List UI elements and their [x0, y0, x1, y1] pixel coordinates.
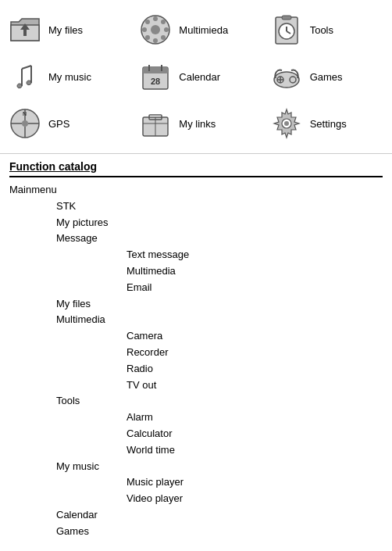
multimieda-label: Multimieda	[179, 24, 228, 36]
games-icon	[269, 59, 304, 94]
tree-my-files: My files	[9, 296, 383, 313]
my-music-label: My music	[48, 71, 91, 83]
catalog-title: Function catalog	[9, 160, 383, 173]
tree-games: Games	[9, 524, 383, 540]
my-links-label: My links	[179, 118, 216, 130]
calendar-cell[interactable]: 28 Calendar	[130, 53, 261, 100]
settings-cell[interactable]: Settings	[262, 100, 392, 147]
calendar-label: Calendar	[179, 71, 220, 83]
icon-grid: My files Multimieda	[0, 0, 392, 154]
tree-recorder: Recorder	[9, 345, 383, 361]
my-files-cell[interactable]: My files	[0, 6, 130, 53]
tree-alarm: Alarm	[9, 410, 383, 426]
tree-text-message: Text message	[9, 247, 383, 263]
svg-point-45	[284, 121, 289, 126]
svg-point-4	[151, 25, 160, 34]
games-cell[interactable]: Games	[262, 53, 392, 100]
my-music-icon	[8, 59, 42, 94]
svg-point-10	[161, 35, 166, 40]
tree-camera: Camera	[9, 328, 383, 345]
my-links-icon	[138, 106, 173, 141]
my-files-label: My files	[48, 24, 83, 36]
svg-point-8	[164, 27, 169, 32]
my-links-cell[interactable]: My links	[130, 100, 261, 147]
tree-music-player: Music player	[9, 474, 383, 491]
tree-tools: Tools	[9, 393, 383, 410]
tools-label: Tools	[310, 24, 333, 36]
svg-point-32	[22, 120, 28, 127]
svg-point-12	[145, 35, 150, 40]
tools-cell[interactable]: Tools	[262, 6, 392, 53]
multimieda-cell[interactable]: Multimieda	[130, 6, 261, 53]
svg-point-9	[145, 20, 150, 24]
svg-rect-14	[282, 16, 291, 20]
tree-video-player: Video player	[9, 491, 383, 507]
games-label: Games	[310, 71, 343, 83]
catalog-underline	[9, 176, 383, 177]
gps-icon: N	[8, 106, 42, 141]
tree-email: Email	[9, 280, 383, 296]
svg-rect-22	[143, 67, 168, 73]
svg-point-7	[142, 27, 147, 32]
my-files-icon	[8, 13, 42, 47]
tree-stk: STK	[9, 199, 383, 215]
tools-icon	[269, 13, 304, 47]
tree-multimedia: Multimedia	[9, 312, 383, 328]
svg-point-6	[153, 38, 158, 43]
function-catalog: Function catalog Mainmenu STK My picture…	[0, 154, 392, 546]
tree-world-time: World time	[9, 442, 383, 459]
tree-multimedia-msg: Multimedia	[9, 263, 383, 280]
calendar-icon: 28	[138, 59, 173, 94]
svg-point-5	[153, 16, 158, 21]
gps-cell[interactable]: N GPS	[0, 100, 130, 147]
gps-label: GPS	[48, 118, 69, 130]
settings-icon	[269, 106, 304, 141]
settings-label: Settings	[310, 118, 347, 130]
svg-text:N: N	[23, 111, 27, 116]
my-music-cell[interactable]: My music	[0, 53, 130, 100]
tree-my-music: My music	[9, 459, 383, 475]
catalog-tree: Mainmenu STK My pictures Message Text me…	[9, 182, 383, 540]
tree-message: Message	[9, 231, 383, 247]
svg-point-11	[161, 20, 166, 24]
tree-my-pictures: My pictures	[9, 215, 383, 231]
tree-calendar: Calendar	[9, 507, 383, 524]
tree-mainmenu: Mainmenu	[9, 182, 383, 199]
svg-line-20	[22, 66, 31, 69]
tree-calculator: Calculator	[9, 426, 383, 442]
tree-radio: Radio	[9, 361, 383, 377]
multimieda-icon	[138, 13, 173, 47]
svg-text:28: 28	[151, 77, 160, 86]
tree-tv-out: TV out	[9, 377, 383, 394]
